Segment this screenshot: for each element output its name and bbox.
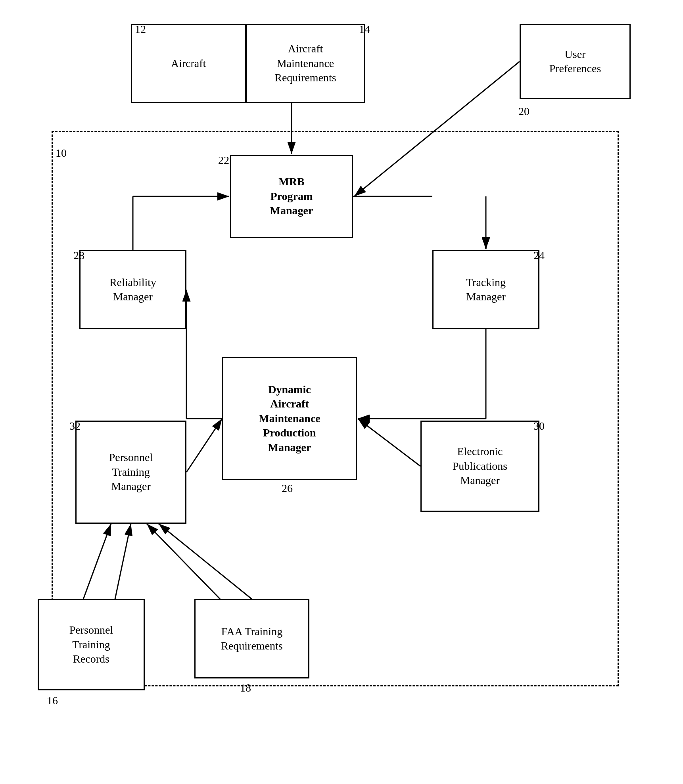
box-faa-training: FAA Training Requirements bbox=[194, 599, 309, 678]
diagram-container: 10 Aircraft 12 Aircraft Maintenance Requ… bbox=[0, 0, 683, 784]
label-12: 12 bbox=[135, 23, 146, 36]
box-dynamic: Dynamic Aircraft Maintenance Production … bbox=[222, 357, 357, 480]
box-aircraft-maintenance: Aircraft Maintenance Requirements bbox=[246, 24, 365, 103]
reliability-label: Reliability Manager bbox=[109, 275, 156, 304]
label-16: 16 bbox=[47, 694, 58, 707]
user-preferences-label: User Preferences bbox=[549, 47, 601, 76]
box-tracking: Tracking Manager bbox=[432, 250, 539, 329]
dynamic-label: Dynamic Aircraft Maintenance Production … bbox=[259, 382, 320, 455]
box-user-preferences: User Preferences bbox=[520, 24, 631, 99]
label-26: 26 bbox=[282, 482, 293, 495]
label-28: 28 bbox=[73, 249, 84, 262]
label-22: 22 bbox=[218, 154, 229, 167]
faa-training-label: FAA Training Requirements bbox=[221, 625, 283, 653]
box-aircraft: Aircraft bbox=[131, 24, 246, 103]
box-personnel-training: Personnel Training Manager bbox=[75, 421, 186, 524]
box-reliability: Reliability Manager bbox=[79, 250, 186, 329]
electronic-pubs-label: Electronic Publications Manager bbox=[453, 444, 507, 488]
label-20: 20 bbox=[518, 105, 530, 118]
label-18: 18 bbox=[240, 682, 251, 694]
label-10: 10 bbox=[56, 147, 67, 159]
box-personnel-records: Personnel Training Records bbox=[38, 599, 145, 690]
personnel-training-label: Personnel Training Manager bbox=[109, 450, 153, 494]
label-24: 24 bbox=[533, 249, 545, 262]
aircraft-label: Aircraft bbox=[171, 56, 206, 71]
box-electronic-pubs: Electronic Publications Manager bbox=[420, 421, 539, 512]
label-32: 32 bbox=[69, 420, 81, 432]
label-14: 14 bbox=[359, 23, 370, 36]
aircraft-maintenance-label: Aircraft Maintenance Requirements bbox=[274, 42, 336, 85]
mrb-label: MRB Program Manager bbox=[270, 175, 313, 218]
personnel-records-label: Personnel Training Records bbox=[69, 623, 113, 666]
tracking-label: Tracking Manager bbox=[466, 275, 506, 304]
box-mrb: MRB Program Manager bbox=[230, 155, 353, 238]
label-30: 30 bbox=[533, 420, 545, 432]
